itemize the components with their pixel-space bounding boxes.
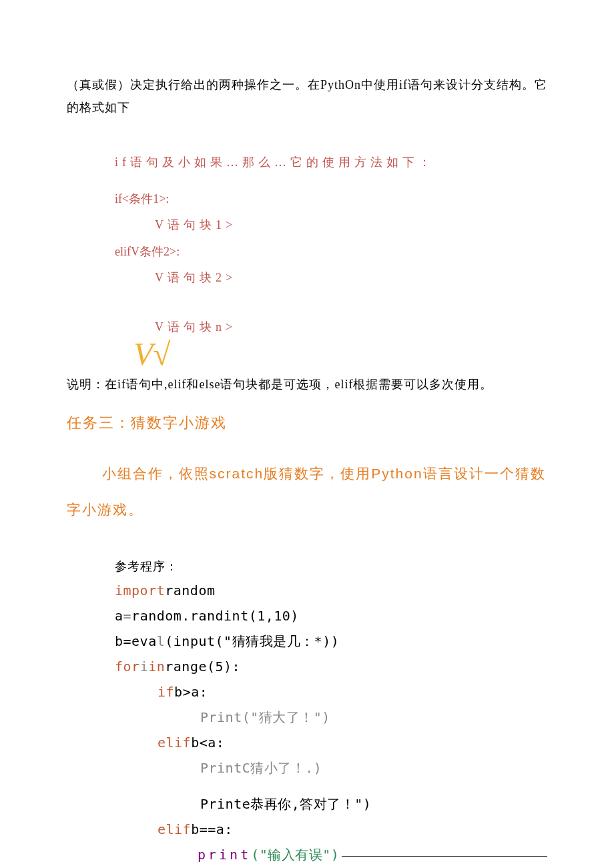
code-l3c: (input("猜猜我是几：*)) — [165, 633, 339, 649]
if-line: if<条件1>: — [115, 186, 547, 213]
call-range: range(5): — [165, 659, 240, 675]
underline-fill — [342, 856, 547, 857]
var-a: a — [115, 608, 123, 624]
cond-beqa: b==a: — [191, 821, 233, 837]
keyword-if: if — [158, 684, 174, 700]
code-line-7: elifb<a: — [115, 730, 547, 755]
code-line-1: importrandom — [115, 578, 547, 603]
task-three-title: 任务三：猜数字小游戏 — [67, 409, 547, 437]
string-err: ("输入有误") — [251, 842, 339, 867]
block1-line: V语句块1> — [115, 212, 547, 239]
code-block: importrandom a=random.randint(1,10) b=ev… — [67, 578, 547, 867]
keyword-elif-2: elif — [158, 821, 191, 837]
if-note: 说明：在if语句中,elif和else语句块都是可选项，elif根据需要可以多次… — [67, 373, 547, 396]
task-three-body: 小组合作，依照scratch版猜数字，使用Python语言设计一个猜数字小游戏。 — [67, 456, 547, 528]
v-root-symbol: V√ — [67, 338, 547, 370]
elif-line: elifV条件2>: — [115, 239, 547, 266]
module-random: random — [165, 582, 215, 598]
code-line-5: ifb>a: — [115, 679, 547, 705]
keyword-elif-1: elif — [158, 735, 191, 751]
op-assign: = — [123, 608, 132, 624]
if-syntax-heading: if语句及小如果…那么…它的使用方法如下： — [67, 151, 547, 173]
code-line-6: Print("猜大了！") — [115, 705, 547, 730]
if-syntax-block: if<条件1>: V语句块1> elifV条件2>: V语句块2> V语句块n> — [67, 186, 547, 341]
keyword-in: in — [148, 659, 165, 675]
code-line-8: PrintC猜小了！.) — [115, 755, 547, 781]
blockn-line: V语句块n> — [115, 314, 547, 341]
call-randint: random.randint(1,10) — [131, 608, 299, 624]
code-line-9: Printe恭再你,答对了！") — [115, 791, 547, 817]
reference-label: 参考程序： — [67, 555, 547, 578]
code-line-4: foriinrange(5): — [115, 654, 547, 679]
keyword-for: for — [115, 659, 140, 675]
cond-blta: b<a: — [191, 735, 224, 751]
func-print: print — [198, 842, 251, 867]
code-line-11: print("输入有误") — [115, 842, 547, 867]
block2-line: V语句块2> — [115, 265, 547, 292]
code-line-3: b=eval(input("猜猜我是几：*)) — [115, 628, 547, 654]
keyword-import: import — [115, 582, 165, 598]
intro-paragraph: （真或假）决定执行给出的两种操作之一。在PythOn中使用if语句来设计分支结构… — [67, 73, 547, 119]
code-line-2: a=random.randint(1,10) — [115, 603, 547, 628]
code-l3b: l — [157, 633, 166, 649]
code-l3a: b=eva — [115, 633, 157, 649]
code-line-10: elifb==a: — [115, 817, 547, 842]
cond-bgta: b>a: — [174, 684, 208, 700]
var-i: i — [140, 659, 149, 675]
code-l9: Printe恭再你,答对了！") — [200, 796, 371, 812]
